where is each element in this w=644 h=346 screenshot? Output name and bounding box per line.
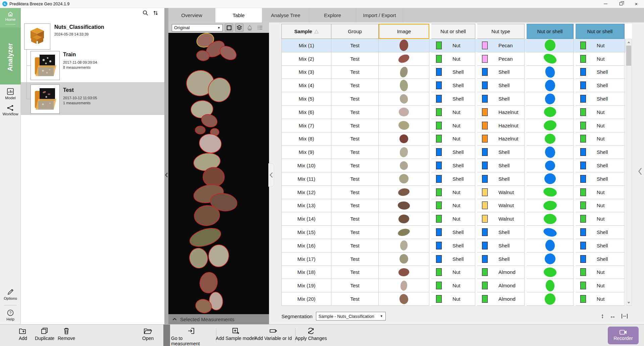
outline-toggle-button[interactable]	[225, 23, 233, 32]
cell-image[interactable]	[379, 226, 429, 239]
cell-segmentation[interactable]	[527, 52, 574, 66]
cell-segmentation[interactable]	[527, 39, 574, 52]
tab-overview[interactable]: Overview	[168, 8, 215, 22]
left-splitter[interactable]	[164, 8, 168, 324]
cell-prediction[interactable]: Nut	[576, 119, 625, 132]
measurement-train-thumbnail[interactable]	[31, 51, 60, 80]
cell-prediction[interactable]: Nut	[576, 279, 625, 292]
cell-group[interactable]: Test	[331, 132, 379, 146]
nut-object[interactable]	[195, 126, 205, 134]
scroll-up-button[interactable]	[626, 39, 632, 45]
list-button[interactable]	[256, 23, 264, 32]
cell-sample[interactable]: Mix (17)	[281, 252, 331, 266]
cell-group[interactable]: Test	[331, 266, 379, 279]
cell-nut-type[interactable]: Shell	[477, 252, 525, 266]
cell-nut-or-shell[interactable]: Nut	[431, 186, 475, 199]
cell-prediction[interactable]: Shell	[576, 92, 625, 106]
cell-sample[interactable]: Mix (7)	[281, 119, 331, 132]
cell-sample[interactable]: Mix (10)	[281, 159, 331, 172]
nut-object[interactable]	[188, 247, 209, 270]
cell-prediction[interactable]: Nut	[576, 39, 625, 52]
layers-toggle-button[interactable]	[235, 23, 244, 32]
cell-prediction[interactable]: Nut	[576, 186, 625, 199]
nut-object[interactable]	[203, 167, 224, 187]
cell-nut-or-shell[interactable]: Nut	[431, 52, 475, 66]
cell-image[interactable]	[379, 39, 429, 52]
cell-prediction[interactable]: Nut	[576, 52, 625, 66]
table-row[interactable]: Mix (17)TestShellShellShell	[281, 252, 632, 266]
cell-group[interactable]: Test	[331, 159, 379, 172]
table-row[interactable]: Mix (16)TestShellShellShell	[281, 239, 632, 252]
cell-nut-type[interactable]: Almond	[477, 292, 525, 306]
table-scrollbar[interactable]	[626, 39, 632, 306]
cell-prediction[interactable]: Shell	[576, 172, 625, 186]
table-row[interactable]: Mix (15)TestShellShellShell	[281, 226, 632, 239]
cell-segmentation[interactable]	[527, 252, 574, 266]
cell-nut-type[interactable]: Shell	[477, 226, 525, 239]
cell-nut-type[interactable]: Hazelnut	[477, 132, 525, 146]
cell-sample[interactable]: Mix (20)	[281, 292, 331, 306]
column-width-icon[interactable]	[621, 313, 628, 319]
segmentation-select[interactable]: Sample - Nuts_Classification ▼	[316, 312, 386, 321]
cell-nut-or-shell[interactable]: Nut	[431, 39, 475, 52]
table-row[interactable]: Mix (14)TestNutWalnutNut	[281, 212, 632, 226]
cell-nut-type[interactable]: Walnut	[477, 212, 525, 226]
cell-nut-type[interactable]: Shell	[477, 239, 525, 252]
column-header-nut-type[interactable]: Nut type	[477, 24, 525, 39]
cell-sample[interactable]: Mix (18)	[281, 266, 331, 279]
measurement-test-title[interactable]: Test	[63, 87, 74, 93]
cell-sample[interactable]: Mix (5)	[281, 92, 331, 106]
column-header-nut-or-shell[interactable]: Nut or shell	[576, 24, 625, 39]
tab-analyse-tree[interactable]: Analyse Tree	[262, 8, 309, 22]
cell-segmentation[interactable]	[527, 159, 574, 172]
cell-prediction[interactable]: Nut	[576, 106, 625, 119]
cell-group[interactable]: Test	[331, 186, 379, 199]
cell-group[interactable]: Test	[331, 106, 379, 119]
viewer-collapse-handle[interactable]	[268, 163, 274, 187]
cell-prediction[interactable]: Shell	[576, 79, 625, 92]
cell-segmentation[interactable]	[527, 279, 574, 292]
right-panel-collapse-handle[interactable]	[638, 168, 642, 176]
table-row[interactable]: Mix (10)TestShellShellShell	[281, 159, 632, 172]
cell-image[interactable]	[379, 106, 429, 119]
add-button[interactable]: Add	[19, 327, 27, 341]
cell-sample[interactable]: Mix (11)	[281, 172, 331, 186]
tab-table[interactable]: Table	[215, 8, 262, 22]
cell-nut-type[interactable]: Shell	[477, 172, 525, 186]
cell-sample[interactable]: Mix (16)	[281, 239, 331, 252]
cell-prediction[interactable]: Shell	[576, 239, 625, 252]
cell-group[interactable]: Test	[331, 39, 379, 52]
apply-changes-button[interactable]: Apply Changes	[292, 327, 329, 341]
cell-prediction[interactable]: Shell	[576, 66, 625, 79]
cell-segmentation[interactable]	[527, 239, 574, 252]
cell-image[interactable]	[379, 66, 429, 79]
tab-import-export[interactable]: Import / Export	[356, 8, 403, 22]
minimize-button[interactable]	[598, 0, 613, 8]
cell-nut-or-shell[interactable]: Nut	[431, 292, 475, 306]
remove-button[interactable]: Remove	[58, 327, 75, 341]
cell-segmentation[interactable]	[527, 292, 574, 306]
cell-segmentation[interactable]	[527, 146, 574, 159]
cell-nut-or-shell[interactable]: Nut	[431, 199, 475, 213]
cell-nut-or-shell[interactable]: Shell	[431, 172, 475, 186]
nut-object[interactable]	[198, 271, 219, 294]
cell-sample[interactable]: Mix (13)	[281, 199, 331, 213]
cell-segmentation[interactable]	[527, 66, 574, 79]
cell-sample[interactable]: Mix (19)	[281, 279, 331, 292]
cell-group[interactable]: Test	[331, 199, 379, 213]
cell-group[interactable]: Test	[331, 292, 379, 306]
cell-image[interactable]	[379, 186, 429, 199]
nav-analyzer[interactable]: Analyzer	[0, 30, 21, 84]
nav-model[interactable]: Model	[0, 88, 21, 100]
cell-image[interactable]	[379, 279, 429, 292]
cell-image[interactable]	[379, 132, 429, 146]
cell-nut-type[interactable]: Shell	[477, 66, 525, 79]
cell-image[interactable]	[379, 239, 429, 252]
fit-width-icon[interactable]: ↔	[609, 312, 616, 320]
cell-segmentation[interactable]	[527, 92, 574, 106]
column-header-group[interactable]: Group	[331, 24, 379, 39]
cell-nut-or-shell[interactable]: Nut	[431, 132, 475, 146]
project-title[interactable]: Nuts_Classification	[54, 24, 104, 30]
cell-nut-or-shell[interactable]: Nut	[431, 119, 475, 132]
cell-nut-or-shell[interactable]: Nut	[431, 212, 475, 226]
